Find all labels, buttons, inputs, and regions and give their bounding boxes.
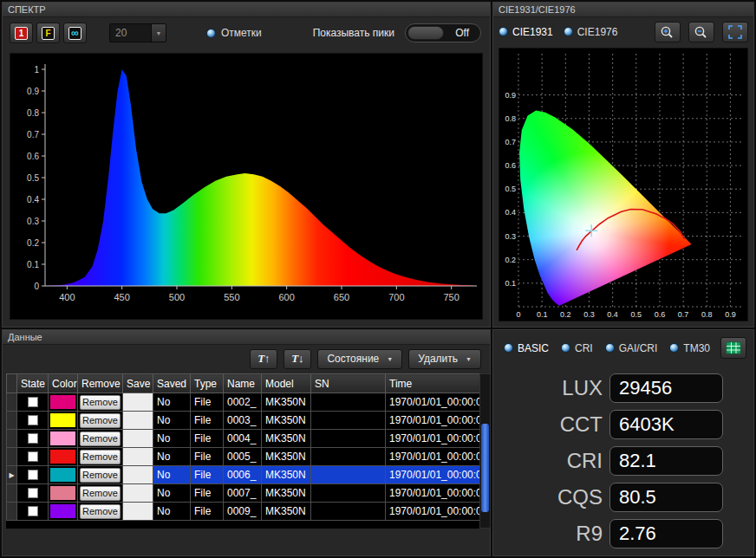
column-header-save[interactable]: Save xyxy=(123,374,153,393)
svg-text:650: 650 xyxy=(334,292,349,302)
remove-button[interactable]: Remove xyxy=(80,395,121,410)
svg-text:0: 0 xyxy=(34,282,39,291)
column-header-remove[interactable]: Remove xyxy=(78,374,123,393)
table-row[interactable]: RemoveNoFile0005_MK350N1970/01/01_00:00:… xyxy=(7,448,480,466)
average-count-select[interactable]: 20 ▼ xyxy=(109,23,166,42)
color-cell xyxy=(49,412,78,430)
time-cell: 1970/01/01_00:00:00 xyxy=(386,393,480,412)
column-header-name[interactable]: Name xyxy=(224,374,262,393)
zoom-fit-button[interactable] xyxy=(722,22,748,42)
type-cell: File xyxy=(191,484,224,503)
cie-chromaticity-chart: 00.10.10.20.20.30.30.40.40.50.50.60.60.7… xyxy=(499,48,748,321)
svg-text:750: 750 xyxy=(443,292,459,302)
spectrum-panel: СПЕКТР 1 F ∞ 20 ▼ Отметки Показывать пик… xyxy=(2,2,491,328)
table-row[interactable]: RemoveNoFile0002_MK350N1970/01/01_00:00:… xyxy=(7,393,480,412)
saved-cell: No xyxy=(153,448,191,466)
state-cell xyxy=(17,466,49,484)
average-count-value: 20 xyxy=(110,27,151,39)
type-cell: File xyxy=(191,393,224,412)
save-cell xyxy=(123,484,153,503)
tab-gai-cri[interactable]: GAI/CRI xyxy=(605,342,658,354)
remove-button[interactable]: Remove xyxy=(80,431,121,446)
column-header-state[interactable]: State xyxy=(17,374,49,393)
row-state-checkbox[interactable] xyxy=(28,470,38,480)
zoom-in-button[interactable] xyxy=(655,22,681,42)
font-increase-button[interactable]: T↑ xyxy=(250,349,277,369)
column-header-model[interactable]: Model xyxy=(262,374,311,393)
tab-cri[interactable]: CRI xyxy=(561,342,593,354)
color-swatch xyxy=(50,504,75,518)
saved-cell: No xyxy=(153,466,191,484)
sn-cell xyxy=(311,412,386,430)
color-cell xyxy=(49,448,78,466)
table-row[interactable]: RemoveNoFile0003_MK350N1970/01/01_00:00:… xyxy=(7,412,480,430)
model-cell: MK350N xyxy=(262,484,311,503)
option-cie1976[interactable]: CIE1976 xyxy=(564,26,618,38)
column-header-sn[interactable]: SN xyxy=(311,374,386,393)
single-measure-button[interactable]: 1 xyxy=(10,23,33,43)
current-row-indicator: ▶ xyxy=(7,466,17,484)
color-cell xyxy=(49,466,78,484)
save-cell xyxy=(123,503,153,521)
tab-basic[interactable]: BASIC xyxy=(504,342,549,354)
delete-menu-button[interactable]: Удалить ▼ xyxy=(408,349,481,369)
row-state-checkbox[interactable] xyxy=(28,451,38,462)
continuous-mode-button[interactable]: ∞ xyxy=(63,23,87,43)
save-cell xyxy=(123,393,153,412)
font-decrease-button[interactable]: T↓ xyxy=(284,349,311,369)
option-cie1931[interactable]: CIE1931 xyxy=(499,26,553,38)
row-state-checkbox[interactable] xyxy=(28,488,38,498)
saved-cell: No xyxy=(153,412,191,430)
saved-cell: No xyxy=(153,430,191,448)
column-header-saved[interactable]: Saved xyxy=(153,374,191,393)
column-header-type[interactable]: Type xyxy=(191,374,224,393)
model-cell: MK350N xyxy=(262,466,311,484)
row-state-checkbox[interactable] xyxy=(28,397,38,407)
measure-tabs: BASICCRIGAI/CRITM30 xyxy=(504,342,710,354)
tab-tm30[interactable]: TM30 xyxy=(669,342,710,354)
row-state-checkbox[interactable] xyxy=(28,433,38,444)
spectrum-chart-svg: 00.10.20.30.40.50.60.70.80.9140045050055… xyxy=(10,54,482,319)
column-header-time[interactable]: Time xyxy=(386,374,480,393)
name-cell: 0002_ xyxy=(224,393,262,412)
filter-mode-button[interactable]: F xyxy=(36,23,60,43)
svg-text:1: 1 xyxy=(34,65,39,75)
color-swatch xyxy=(50,486,75,500)
state-menu-button[interactable]: Состояние ▼ xyxy=(317,349,402,369)
current-row-indicator xyxy=(7,412,17,430)
table-row[interactable]: ▶RemoveNoFile0006_MK350N1970/01/01_00:00… xyxy=(7,466,480,484)
time-cell: 1970/01/01_00:00:00 xyxy=(386,484,480,503)
toggle-state-label: Off xyxy=(455,27,469,39)
remove-button[interactable]: Remove xyxy=(80,468,121,483)
export-table-button[interactable] xyxy=(720,337,746,359)
table-row[interactable]: RemoveNoFile0007_MK350N1970/01/01_00:00:… xyxy=(7,484,480,503)
reading-label: LUX xyxy=(493,376,603,400)
svg-text:0.9: 0.9 xyxy=(27,87,39,96)
spectrum-chart: 00.10.20.30.40.50.60.70.80.9140045050055… xyxy=(10,53,483,320)
remove-button[interactable]: Remove xyxy=(80,504,121,519)
scrollbar-thumb[interactable] xyxy=(481,424,489,513)
marks-checkbox[interactable]: Отметки xyxy=(206,27,262,39)
tab-label: CRI xyxy=(575,342,593,354)
time-cell: 1970/01/01_00:00:00 xyxy=(386,503,480,521)
sn-cell xyxy=(311,503,386,521)
table-vertical-scrollbar[interactable] xyxy=(479,373,491,529)
reading-row: CRI82.1 xyxy=(493,443,753,479)
table-row[interactable]: RemoveNoFile0009_MK350N1970/01/01_00:00:… xyxy=(7,503,480,521)
remove-button[interactable]: Remove xyxy=(80,450,121,464)
chevron-down-icon: ▼ xyxy=(466,356,472,362)
column-header-color[interactable]: Color xyxy=(49,374,78,393)
cie-toolbar: CIE1931CIE1976 xyxy=(493,17,753,46)
zoom-out-button[interactable] xyxy=(688,22,714,42)
reading-label: CCT xyxy=(493,412,603,437)
row-state-checkbox[interactable] xyxy=(28,506,38,516)
reading-value: 6403K xyxy=(609,410,723,439)
table-row[interactable]: RemoveNoFile0004_MK350N1970/01/01_00:00:… xyxy=(7,430,480,448)
show-peaks-toggle[interactable]: Off xyxy=(405,23,481,42)
reading-row: R92.76 xyxy=(493,516,753,552)
row-state-checkbox[interactable] xyxy=(28,415,38,425)
remove-button[interactable]: Remove xyxy=(80,413,121,428)
remove-button[interactable]: Remove xyxy=(80,486,121,501)
tab-label: GAI/CRI xyxy=(619,342,658,354)
measurements-table-wrap: StateColorRemoveSaveSavedTypeNameModelSN… xyxy=(6,373,491,529)
